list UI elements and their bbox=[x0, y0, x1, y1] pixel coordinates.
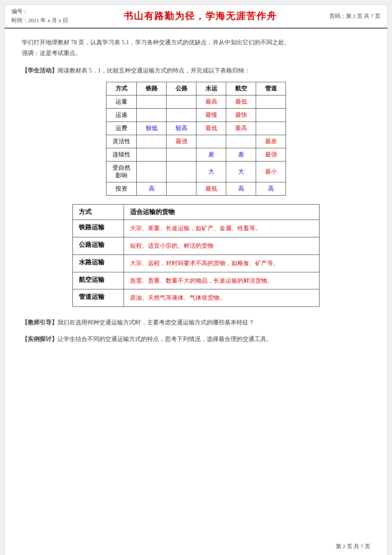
goods-row-0: 铁路运输大宗、笨重、长途运输，如矿产、金属、牲畜等。 bbox=[73, 220, 320, 237]
col-header-shuiyun: 水运 bbox=[196, 82, 226, 95]
col-header-tielu: 铁路 bbox=[137, 82, 167, 95]
goods-col2-header: 适合运输的货物 bbox=[124, 205, 320, 220]
comparison-cell-5-4: 最小 bbox=[256, 162, 286, 182]
comparison-cell-3-0 bbox=[137, 135, 167, 148]
comparison-cell-1-0 bbox=[137, 109, 167, 122]
comparison-cell-0-3: 最低 bbox=[226, 95, 256, 109]
teacher-guide-block: 【教师引导】我们在选用何种交通运输方式时，主要考虑交通运输方式的哪些基本特征？ bbox=[22, 317, 370, 328]
header-date: 时间：2021 年 x 月 x 日 bbox=[12, 16, 97, 25]
case-study-block: 【实例探讨】让学生结合不同的交通运输方式的特点，思考下列情况，选择最合理的交通工… bbox=[22, 334, 370, 344]
goods-transport-2: 水路运输 bbox=[73, 254, 124, 272]
page: 编号： 时间：2021 年 x 月 x 日 书山有路勤为径，学海无涯苦作舟 页码… bbox=[4, 4, 388, 555]
goods-row-4: 管道运输原油、天然气等液体、气体状货物。 bbox=[73, 289, 320, 307]
comparison-cell-5-0 bbox=[137, 162, 167, 182]
activity-text: 阅读教材表 5．1，比较五种交通运输方式的特点，并完成以下表格归纳： bbox=[58, 67, 250, 74]
header-bianhao: 编号： bbox=[12, 7, 97, 16]
header-title: 书山有路勤为径，学海无涯苦作舟 bbox=[97, 10, 304, 23]
goods-transport-4: 管道运输 bbox=[73, 289, 124, 307]
goods-table-wrap: 方式 适合运输的货物 铁路运输大宗、笨重、长途运输，如矿产、金属、牲畜等。公路运… bbox=[22, 204, 370, 307]
main-content: 学们打开地理教材 78 页，认真学习表 5.1，学习各种交通方式的优缺点，并从中… bbox=[5, 29, 387, 359]
intro-block: 学们打开地理教材 78 页，认真学习表 5.1，学习各种交通方式的优缺点，并从中… bbox=[22, 37, 370, 58]
comparison-cell-2-2: 最低 bbox=[196, 122, 226, 135]
comparison-row-label-2: 运费 bbox=[107, 122, 137, 135]
comparison-row-4: 连续性差差最强 bbox=[107, 148, 286, 162]
comparison-cell-5-2: 大 bbox=[196, 162, 226, 182]
intro-text1: 学们打开地理教材 78 页，认真学习表 5.1，学习各种交通方式的优缺点，并从中… bbox=[22, 39, 290, 46]
comparison-cell-4-3: 差 bbox=[226, 148, 256, 162]
header-page: 页码：第 2 页 共 7 页 bbox=[304, 12, 380, 20]
comparison-cell-3-4: 最差 bbox=[256, 135, 286, 148]
goods-content-2: 大宗、远程，对时间要求不高的货物，如粮食、矿产等。 bbox=[124, 254, 320, 272]
comparison-cell-5-1 bbox=[167, 162, 196, 182]
comparison-header-row: 方式 铁路 公路 水运 航空 管道 bbox=[107, 82, 286, 95]
comparison-cell-4-0 bbox=[137, 148, 167, 162]
comparison-cell-0-2: 最高 bbox=[196, 95, 226, 109]
comparison-row-label-4: 连续性 bbox=[107, 148, 137, 162]
comparison-cell-6-0: 高 bbox=[137, 182, 167, 196]
comparison-table: 方式 铁路 公路 水运 航空 管道 运量最高最低运速最慢最快运费较低较高最低最高… bbox=[106, 82, 286, 196]
comparison-row-label-1: 运速 bbox=[107, 109, 137, 122]
comparison-cell-6-2: 最低 bbox=[196, 182, 226, 196]
comparison-row-label-0: 运量 bbox=[107, 95, 137, 109]
comparison-cell-3-3 bbox=[226, 135, 256, 148]
comparison-row-3: 灵活性最强最差 bbox=[107, 135, 286, 148]
comparison-cell-3-2 bbox=[196, 135, 226, 148]
comparison-table-wrap: 方式 铁路 公路 水运 航空 管道 运量最高最低运速最慢最快运费较低较高最低最高… bbox=[22, 82, 370, 196]
footer-text: 第 2 页 共 7 页 bbox=[336, 543, 370, 549]
page-footer: 第 2 页 共 7 页 bbox=[336, 543, 370, 550]
comparison-cell-6-4: 高 bbox=[256, 182, 286, 196]
comparison-cell-2-0: 较低 bbox=[137, 122, 167, 135]
comparison-cell-1-1 bbox=[167, 109, 196, 122]
col-header-guandao: 管道 bbox=[256, 82, 286, 95]
comparison-cell-0-0 bbox=[137, 95, 167, 109]
teacher-guide-label: 【教师引导】 bbox=[22, 319, 58, 326]
comparison-row-5: 受自然 影响大大最小 bbox=[107, 162, 286, 182]
comparison-cell-2-3: 最高 bbox=[226, 122, 256, 135]
comparison-row-0: 运量最高最低 bbox=[107, 95, 286, 109]
goods-header-row: 方式 适合运输的货物 bbox=[73, 205, 320, 220]
comparison-cell-0-1 bbox=[167, 95, 196, 109]
header-left: 编号： 时间：2021 年 x 月 x 日 bbox=[12, 7, 97, 25]
comparison-cell-5-3: 大 bbox=[226, 162, 256, 182]
comparison-cell-6-3: 高 bbox=[226, 182, 256, 196]
comparison-cell-3-1: 最强 bbox=[167, 135, 196, 148]
comparison-cell-2-1: 较高 bbox=[167, 122, 196, 135]
teacher-guide-text: 我们在选用何种交通运输方式时，主要考虑交通运输方式的哪些基本特征？ bbox=[58, 319, 254, 326]
col-header-hangkong: 航空 bbox=[226, 82, 256, 95]
comparison-row-label-5: 受自然 影响 bbox=[107, 162, 137, 182]
case-study-text: 让学生结合不同的交通运输方式的特点，思考下列情况，选择最合理的交通工具。 bbox=[58, 336, 272, 342]
page-header: 编号： 时间：2021 年 x 月 x 日 书山有路勤为径，学海无涯苦作舟 页码… bbox=[5, 5, 387, 29]
goods-content-4: 原油、天然气等液体、气体状货物。 bbox=[124, 289, 320, 307]
goods-content-0: 大宗、笨重、长途运输，如矿产、金属、牲畜等。 bbox=[124, 220, 320, 237]
col-header-fangshi: 方式 bbox=[107, 82, 137, 95]
comparison-cell-6-1 bbox=[167, 182, 196, 196]
comparison-cell-4-4: 最强 bbox=[256, 148, 286, 162]
activity-label: 【学生活动】 bbox=[22, 67, 58, 74]
goods-transport-3: 航空运输 bbox=[73, 272, 124, 289]
goods-col1-header: 方式 bbox=[73, 205, 124, 220]
comparison-row-6: 投资高最低高高 bbox=[107, 182, 286, 196]
goods-row-2: 水路运输大宗、远程，对时间要求不高的货物，如粮食、矿产等。 bbox=[73, 254, 320, 272]
comparison-cell-4-2: 差 bbox=[196, 148, 226, 162]
comparison-cell-1-4 bbox=[256, 109, 286, 122]
comparison-row-2: 运费较低较高最低最高 bbox=[107, 122, 286, 135]
col-header-gonglu: 公路 bbox=[167, 82, 196, 95]
goods-transport-0: 铁路运输 bbox=[73, 220, 124, 237]
goods-transport-1: 公路运输 bbox=[73, 237, 124, 254]
comparison-cell-1-2: 最慢 bbox=[196, 109, 226, 122]
goods-content-1: 短程、适宜小宗的、鲜活的货物 bbox=[124, 237, 320, 254]
comparison-row-1: 运速最慢最快 bbox=[107, 109, 286, 122]
activity-block: 【学生活动】阅读教材表 5．1，比较五种交通运输方式的特点，并完成以下表格归纳： bbox=[22, 65, 370, 76]
comparison-row-label-6: 投资 bbox=[107, 182, 137, 196]
comparison-cell-1-3: 最快 bbox=[226, 109, 256, 122]
intro-text2: 强调：这是考试重点。 bbox=[22, 50, 81, 56]
goods-row-3: 航空运输急需、贵重、数量不大的物品，长途运输的鲜活货物。 bbox=[73, 272, 320, 289]
comparison-cell-2-4 bbox=[256, 122, 286, 135]
goods-table: 方式 适合运输的货物 铁路运输大宗、笨重、长途运输，如矿产、金属、牲畜等。公路运… bbox=[72, 204, 320, 307]
comparison-cell-0-4 bbox=[256, 95, 286, 109]
case-study-label: 【实例探讨】 bbox=[22, 336, 58, 342]
goods-content-3: 急需、贵重、数量不大的物品，长途运输的鲜活货物。 bbox=[124, 272, 320, 289]
goods-row-1: 公路运输短程、适宜小宗的、鲜活的货物 bbox=[73, 237, 320, 254]
comparison-cell-4-1 bbox=[167, 148, 196, 162]
comparison-row-label-3: 灵活性 bbox=[107, 135, 137, 148]
